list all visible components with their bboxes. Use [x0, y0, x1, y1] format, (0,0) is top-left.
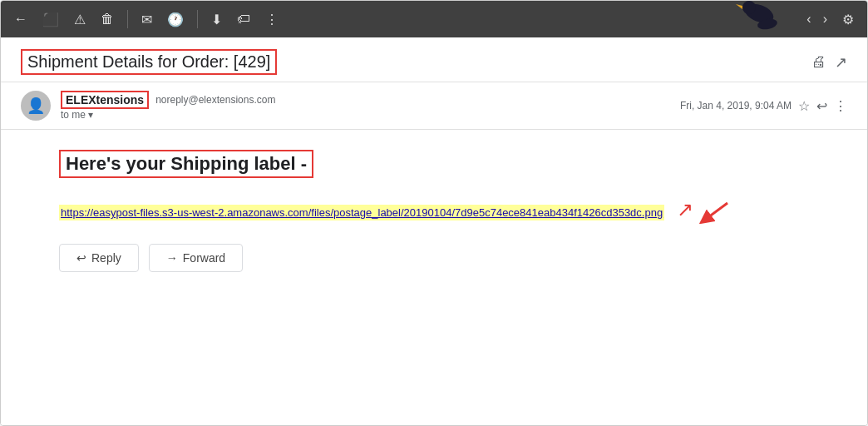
email-client: ← ⬛ ⚠ 🗑 ✉ 🕐 ⬇ 🏷 ⋮ ‹ › ⚙ [0, 0, 868, 426]
email-view: Shipment Details for Order: [429] 🖨 ↗ 👤 … [1, 37, 867, 425]
toolbar-right: ‹ › ⚙ [801, 8, 859, 31]
next-email-button[interactable]: › [818, 8, 832, 30]
shipping-label-link[interactable]: https://easypost-files.s3-us-west-2.amaz… [59, 205, 664, 220]
sender-email: noreply@elextensions.com [155, 94, 275, 106]
settings-button[interactable]: ⚙ [837, 8, 859, 31]
archive-button[interactable]: ⬛ [37, 8, 64, 31]
delete-button[interactable]: 🗑 [96, 8, 119, 30]
email-actions: ↩ Reply → Forward [59, 230, 809, 272]
sender-avatar: 👤 [21, 91, 51, 121]
snooze-button[interactable]: 🕐 [162, 8, 189, 31]
sender-info: ELEXtensions noreply@elextensions.com to… [61, 91, 275, 121]
svg-line-5 [705, 203, 727, 220]
email-body: Here's your Shipping label - https://eas… [1, 130, 867, 292]
reply-btn-icon: ↩ [76, 251, 86, 265]
sender-name-row: ELEXtensions noreply@elextensions.com [61, 91, 275, 109]
sender-name: ELEXtensions [61, 91, 149, 109]
email-link-row: https://easypost-files.s3-us-west-2.amaz… [59, 198, 809, 224]
labels-button[interactable]: 🏷 [232, 8, 255, 30]
to-label: to me [61, 109, 86, 121]
email-date: Fri, Jan 4, 2019, 9:04 AM [680, 100, 792, 111]
email-subject: Shipment Details for Order: [429] [21, 49, 277, 75]
toolbar: ← ⬛ ⚠ 🗑 ✉ 🕐 ⬇ 🏷 ⋮ ‹ › ⚙ [1, 1, 867, 37]
print-button[interactable]: 🖨 [811, 53, 826, 72]
bird-decoration [734, 1, 801, 37]
reply-header-button[interactable]: ↩ [816, 98, 827, 114]
to-chevron-icon[interactable]: ▾ [88, 109, 93, 121]
toolbar-divider-2 [197, 10, 198, 28]
arrow-indicator: ↗ [677, 198, 732, 224]
open-in-new-button[interactable]: ↗ [835, 53, 847, 72]
forward-button[interactable]: → Forward [149, 244, 243, 272]
svg-point-1 [742, 1, 756, 14]
svg-marker-2 [736, 4, 742, 9]
email-main-text: Here's your Shipping label - [59, 150, 809, 198]
move-to-button[interactable]: ⬇ [206, 8, 227, 31]
prev-email-button[interactable]: ‹ [801, 8, 816, 30]
mail-button[interactable]: ✉ [136, 8, 157, 31]
subject-actions: 🖨 ↗ [811, 53, 847, 72]
more-header-button[interactable]: ⋮ [834, 98, 847, 114]
reply-btn-label: Reply [91, 251, 121, 265]
spam-button[interactable]: ⚠ [69, 8, 91, 31]
sender-to: to me ▾ [61, 109, 275, 121]
sender-row: 👤 ELEXtensions noreply@elextensions.com … [1, 82, 867, 130]
forward-btn-label: Forward [183, 251, 225, 265]
more-options-button[interactable]: ⋮ [260, 8, 284, 31]
sender-meta: Fri, Jan 4, 2019, 9:04 AM ☆ ↩ ⋮ [680, 98, 847, 114]
back-button[interactable]: ← [9, 8, 32, 30]
nav-arrows: ‹ › [801, 8, 832, 30]
reply-button[interactable]: ↩ Reply [59, 244, 139, 272]
toolbar-divider-1 [127, 10, 128, 28]
star-button[interactable]: ☆ [798, 98, 810, 114]
forward-btn-icon: → [166, 251, 178, 265]
subject-row: Shipment Details for Order: [429] 🖨 ↗ [1, 37, 867, 82]
